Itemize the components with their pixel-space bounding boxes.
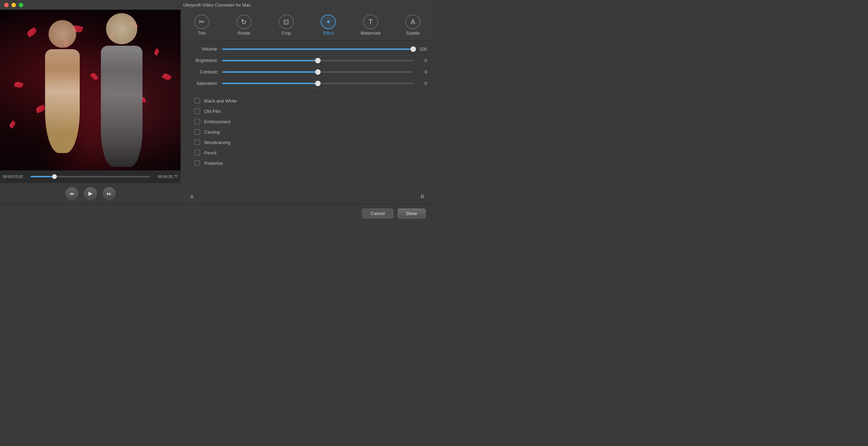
black-white-label: Black and White: [204, 98, 237, 104]
a-button[interactable]: A: [188, 193, 196, 201]
contrast-value: 0: [413, 69, 427, 74]
carving-label: Carving: [204, 130, 220, 135]
main-content: 00:00:53.92 00:04:25.77 ⏮ ▶ ⏭ ✂ Trim ↻ R…: [0, 10, 434, 204]
toolbar-item-trim[interactable]: ✂ Trim: [182, 12, 222, 38]
brightness-slider[interactable]: [222, 60, 413, 61]
pencil-label: Pencil: [204, 150, 216, 155]
toolbar-item-watermark[interactable]: T Watermark: [351, 12, 390, 38]
toolbar: ✂ Trim ↻ Rotate ⊡ Crop ✦ Effect T Waterm…: [181, 10, 434, 41]
contrast-slider[interactable]: [222, 71, 413, 73]
video-area: 00:00:53.92 00:04:25.77 ⏮ ▶ ⏭: [0, 10, 181, 204]
ar-buttons-bar: A R: [181, 189, 434, 204]
toolbar-item-subtitle[interactable]: A Subtitle: [393, 12, 433, 38]
volume-fill: [222, 48, 413, 50]
effect-panel: Volume: 100 Brightness: 0 Contrast:: [181, 41, 434, 189]
brightness-row: Brightness: 0: [188, 58, 427, 63]
rotate-icon: ↻: [236, 15, 252, 29]
woodcarving-label: Woodcarving: [204, 140, 231, 145]
pencil-checkbox[interactable]: [194, 150, 200, 155]
rotate-label: Rotate: [238, 31, 250, 36]
effect-label: Effect: [323, 31, 333, 36]
carving-row: Carving: [188, 129, 427, 135]
minimize-button[interactable]: [11, 3, 16, 7]
progress-thumb[interactable]: [52, 174, 57, 179]
old-film-row: Old Film: [188, 108, 427, 114]
subtitle-label: Subtitle: [406, 31, 420, 36]
brightness-fill: [222, 60, 318, 61]
controls-bar: ⏮ ▶ ⏭: [0, 183, 181, 204]
embossment-label: Embossment: [204, 119, 231, 124]
embossment-checkbox[interactable]: [194, 119, 200, 124]
saturation-fill: [222, 83, 318, 84]
time-current: 00:00:53.92: [3, 175, 28, 179]
volume-slider[interactable]: [222, 48, 413, 50]
progress-bar[interactable]: [31, 176, 150, 177]
contrast-label: Contrast:: [188, 69, 222, 74]
old-film-label: Old Film: [204, 109, 221, 114]
embossment-row: Embossment: [188, 119, 427, 124]
crop-label: Crop: [282, 31, 291, 36]
saturation-label: Saturation:: [188, 81, 222, 86]
right-panel: ✂ Trim ↻ Rotate ⊡ Crop ✦ Effect T Waterm…: [181, 10, 434, 204]
black-white-row: Black and White: [188, 98, 427, 104]
divider: [188, 92, 427, 92]
volume-label: Volume:: [188, 46, 222, 52]
cancel-button[interactable]: Cancel: [362, 208, 393, 218]
carving-checkbox[interactable]: [194, 129, 200, 135]
r-button[interactable]: R: [418, 193, 427, 201]
close-button[interactable]: [4, 3, 9, 7]
brightness-thumb[interactable]: [315, 58, 321, 63]
done-button[interactable]: Done: [398, 208, 426, 218]
progress-fill: [31, 176, 54, 177]
crop-icon: ⊡: [279, 15, 294, 29]
watermark-icon: T: [363, 15, 378, 29]
trim-label: Trim: [198, 31, 206, 36]
brightness-label: Brightness:: [188, 58, 222, 63]
toolbar-item-rotate[interactable]: ↻ Rotate: [224, 12, 264, 38]
window-title: Ukeysoft Video Converter for Mac: [183, 2, 251, 8]
saturation-value: 0: [413, 81, 427, 86]
old-film-checkbox[interactable]: [194, 108, 200, 114]
trim-icon: ✂: [194, 15, 209, 29]
bottom-bar: Cancel Done: [0, 204, 434, 223]
pencil-row: Pencil: [188, 150, 427, 155]
effect-icon: ✦: [321, 15, 336, 29]
next-frame-button[interactable]: ⏭: [103, 187, 116, 200]
saturation-row: Saturation: 0: [188, 81, 427, 86]
contrast-row: Contrast: 0: [188, 69, 427, 74]
contrast-fill: [222, 71, 318, 73]
volume-row: Volume: 100: [188, 46, 427, 52]
contrast-thumb[interactable]: [315, 69, 321, 75]
time-total: 00:04:25.77: [153, 175, 178, 179]
volume-thumb[interactable]: [410, 46, 416, 52]
saturation-slider[interactable]: [222, 83, 413, 84]
saturation-thumb[interactable]: [315, 81, 321, 86]
traffic-lights: [4, 3, 23, 7]
toolbar-item-crop[interactable]: ⊡ Crop: [267, 12, 306, 38]
timeline-bar: 00:00:53.92 00:04:25.77: [0, 170, 181, 183]
brightness-value: 0: [413, 58, 427, 63]
titlebar: Ukeysoft Video Converter for Mac: [0, 0, 434, 10]
woodcarving-checkbox[interactable]: [194, 140, 200, 145]
posterize-row: Posterize: [188, 160, 427, 166]
play-pause-button[interactable]: ▶: [84, 187, 97, 200]
woodcarving-row: Woodcarving: [188, 140, 427, 145]
toolbar-item-effect[interactable]: ✦ Effect: [309, 12, 348, 38]
black-white-checkbox[interactable]: [194, 98, 200, 104]
posterize-label: Posterize: [204, 161, 223, 166]
prev-frame-button[interactable]: ⏮: [65, 187, 78, 200]
video-player[interactable]: [0, 10, 181, 170]
watermark-label: Watermark: [361, 31, 381, 36]
posterize-checkbox[interactable]: [194, 160, 200, 166]
subtitle-icon: A: [405, 15, 420, 29]
maximize-button[interactable]: [19, 3, 23, 7]
